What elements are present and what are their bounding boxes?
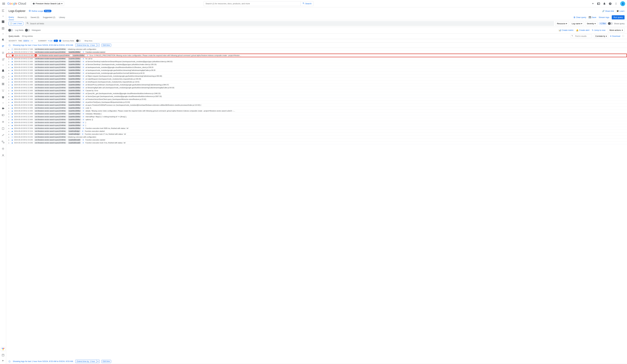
trace-icon[interactable]: ≋ xyxy=(82,124,85,126)
log-row[interactable]: ▸ 2024-05-03 09:52:22.805 ext-firestore-… xyxy=(6,83,627,86)
rail-expand-icon[interactable] xyxy=(1,359,4,362)
rail-integrations-icon[interactable] xyxy=(1,27,4,30)
expand-row-icon[interactable]: ▸ xyxy=(8,84,10,86)
create-metric-button[interactable]: 📊 Create metric xyxy=(559,29,574,31)
trace-icon[interactable]: ≋ xyxy=(82,98,85,100)
execution-id-chip[interactable]: ouwh4vv2bf8w xyxy=(68,110,81,112)
execution-id-chip[interactable]: ouwh4vv2bf8w xyxy=(68,51,81,53)
expand-row-icon[interactable]: ▸ xyxy=(8,130,10,132)
function-chip[interactable]: ext-firestore-vector-search-queryOnWrite xyxy=(34,90,67,92)
trace-icon[interactable]: ≋ xyxy=(82,96,85,97)
log-row[interactable]: ▸ 2024-05-03 09:52:22.916 ext-firestore-… xyxy=(6,130,627,133)
stream-logs-button[interactable]: Stream logs xyxy=(599,16,609,18)
log-row[interactable]: ▸ 2024-05-03 09:52:22.805 ext-firestore-… xyxy=(6,80,627,83)
expand-row-icon[interactable]: ▸ xyxy=(8,51,10,53)
log-row[interactable]: ▸ 2024-05-03 09:52:22.805 ext-firestore-… xyxy=(6,124,627,127)
execution-id-chip[interactable]: ouwh4vv2bf8w xyxy=(68,101,81,103)
rail-shuffle-icon[interactable] xyxy=(1,120,4,123)
severity-dropdown[interactable]: Severity ▾ xyxy=(585,21,597,26)
hamburger-menu-icon[interactable] xyxy=(2,2,5,5)
function-chip[interactable]: ext-firestore-vector-search-queryOnWrite xyxy=(34,66,67,68)
function-chip[interactable]: ext-firestore-vector-search-queryOnWrite xyxy=(34,57,67,60)
cloud-shell-icon[interactable] xyxy=(597,2,600,5)
rail-observability-icon[interactable] xyxy=(1,347,5,351)
execution-id-chip[interactable]: ouwh4vv2bf8w xyxy=(68,107,81,109)
edit-summary-button[interactable]: ✎ Edit xyxy=(48,40,52,42)
trace-icon[interactable]: ≋ xyxy=(82,90,85,92)
function-chip[interactable]: ext-firestore-vector-search-queryOnWrite xyxy=(34,51,67,53)
rail-pin-icon[interactable] xyxy=(1,9,4,12)
user-avatar[interactable]: 👤 xyxy=(620,1,625,6)
log-row[interactable]: ▸ 2024-05-03 09:52:22.805 ext-firestore-… xyxy=(6,92,627,95)
expand-row-icon[interactable]: ▸ xyxy=(8,81,10,83)
help-icon[interactable] xyxy=(609,2,612,5)
function-chip[interactable]: ext-firestore-vector-search-queryOnWrite xyxy=(34,107,67,109)
rail-dashboards-icon[interactable] xyxy=(1,20,4,23)
plus-filter-chip[interactable]: +1 filter xyxy=(599,22,607,25)
trace-icon[interactable]: ≋ xyxy=(82,121,85,123)
expand-row-icon[interactable]: ▸ xyxy=(8,101,10,103)
trace-icon[interactable]: ≋ xyxy=(82,84,85,86)
tab-saved[interactable]: Saved (0) xyxy=(31,15,39,20)
function-chip[interactable]: ext-firestore-vector-search-queryOnWrite xyxy=(34,101,67,103)
trace-icon[interactable]: ≋ xyxy=(82,78,85,80)
trace-icon[interactable]: ≋ xyxy=(82,110,85,112)
find-in-results-input[interactable] xyxy=(571,34,592,38)
expand-row-icon[interactable]: ▸ xyxy=(8,113,10,115)
execution-id-chip[interactable]: ouwh4vv2bf8w xyxy=(68,66,81,68)
log-row[interactable]: ▸ 2024-05-03 09:52:22.805 ext-firestore-… xyxy=(6,75,627,78)
time-range-chip[interactable]: 🕐 Last 1 hour xyxy=(8,22,23,25)
clear-query-button[interactable]: 🗑 Clear query xyxy=(574,16,586,18)
refine-scope-button[interactable]: Refine scope Project xyxy=(29,10,52,12)
rail-trace-icon[interactable] xyxy=(1,96,4,99)
trace-icon[interactable]: ≋ xyxy=(82,61,85,62)
trace-icon[interactable]: ≋ xyxy=(82,63,85,65)
expand-row-icon[interactable]: ▸ xyxy=(8,67,10,68)
execution-id-chip[interactable]: ouwh4vv2bf8w xyxy=(68,92,81,95)
log-row[interactable]: ▸ 2024-05-03 09:52:22.805 ext-firestore-… xyxy=(6,66,627,69)
execution-id-chip[interactable]: ouwh4vv2bf8w xyxy=(68,116,81,118)
log-row[interactable]: ▸ 2024-05-03 09:52:17.394 ext-firestore-… xyxy=(6,51,627,53)
function-chip[interactable]: ext-firestore-vector-search-queryOnWrite xyxy=(34,110,67,112)
project-selector[interactable]: Firestore Vector Search Lab ▾ xyxy=(31,1,64,6)
search-button[interactable]: Search xyxy=(301,1,313,6)
execution-id-chip[interactable]: ouwh4vv2bf8w xyxy=(68,113,81,115)
function-chip[interactable]: ext-firestore-vector-search-queryOnWrite xyxy=(34,84,67,86)
trace-icon[interactable]: ≋ xyxy=(82,104,85,106)
trace-icon[interactable]: ≋ xyxy=(82,93,85,94)
execution-id-chip[interactable]: ouwh4vv2bf8w xyxy=(68,118,81,121)
expand-row-icon[interactable]: ▸ xyxy=(8,142,10,144)
log-row[interactable]: ▸ 2024-05-03 09:52:22.805 ext-firestore-… xyxy=(6,98,627,101)
function-chip[interactable]: ext-firestore-vector-search-queryOnWrite xyxy=(34,139,67,141)
trace-icon[interactable]: ≋ xyxy=(82,58,85,59)
trace-icon[interactable]: ≋ xyxy=(82,51,85,53)
rail-profiler-icon[interactable] xyxy=(1,134,4,137)
trace-icon[interactable]: ≋ xyxy=(82,127,85,129)
log-row[interactable]: ▸ 2024-05-03 09:52:22.805 ext-firestore-… xyxy=(6,121,627,124)
log-row[interactable]: ▸ 2024-05-03 09:52:22.805 ext-firestore-… xyxy=(6,95,627,98)
rail-log-router-icon[interactable] xyxy=(1,58,4,61)
function-chip[interactable]: ext-firestore-vector-search-queryOnWrite xyxy=(38,54,71,56)
function-chip[interactable]: ext-firestore-vector-search-queryOnWrite xyxy=(34,75,67,77)
execution-id-chip[interactable]: ouwh4vv2bf8w xyxy=(68,57,81,60)
download-button[interactable]: ⬇ Download xyxy=(610,35,620,37)
function-chip[interactable]: ext-firestore-vector-search-queryOnWrite xyxy=(34,92,67,95)
trace-icon[interactable]: ≋ xyxy=(82,69,85,71)
histogram-toggle[interactable] xyxy=(25,29,30,31)
trace-icon[interactable]: ≋ xyxy=(82,139,84,141)
function-chip[interactable]: ext-firestore-vector-search-queryOnWrite xyxy=(34,81,67,83)
execution-id-chip[interactable]: ouwh4vv2bf8w xyxy=(68,78,81,80)
function-chip[interactable]: ext-firestore-vector-search-queryOnWrite xyxy=(34,118,67,121)
execution-id-chip[interactable]: ouwh4vv2bf8w xyxy=(68,124,81,126)
function-chip[interactable]: ext-firestore-vector-search-queryOnWrite xyxy=(34,69,67,71)
rail-settings-icon[interactable] xyxy=(1,147,4,150)
extend-time-dropdown[interactable]: ▾ xyxy=(97,360,100,363)
expand-row-icon[interactable]: ▸ xyxy=(8,49,10,50)
trace-icon[interactable]: ≋ xyxy=(82,119,85,120)
execution-id-chip[interactable]: ouwh4vv2bf8w xyxy=(68,75,81,77)
extend-time-dropdown[interactable]: ▾ xyxy=(97,44,100,47)
rail-error-reporting-icon[interactable] xyxy=(1,76,4,79)
rail-permissions-icon[interactable] xyxy=(1,154,4,157)
rail-metrics-icon[interactable] xyxy=(1,38,4,41)
tab-library[interactable]: Library xyxy=(59,15,65,20)
